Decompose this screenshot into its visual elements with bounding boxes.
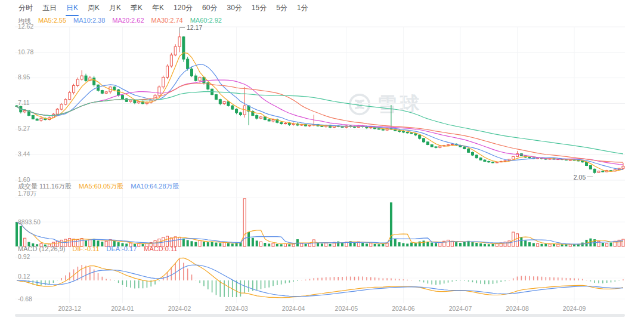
period-tab-120分[interactable]: 120分 bbox=[173, 1, 193, 16]
period-tab-30分[interactable]: 30分 bbox=[226, 1, 242, 16]
svg-text:2024-02: 2024-02 bbox=[168, 305, 191, 312]
svg-text:2024-01: 2024-01 bbox=[111, 305, 134, 312]
volume-legend-item: MA5:60.05万股 bbox=[79, 182, 123, 191]
ma-legend-item: MA20:2.62 bbox=[112, 17, 144, 26]
volume-legend: 成交量 111.16万股MA5:60.05万股MA10:64.28万股 bbox=[18, 182, 179, 191]
period-tab-季K[interactable]: 季K bbox=[130, 1, 143, 16]
volume-legend-item: MA10:64.28万股 bbox=[131, 182, 179, 191]
svg-text:8.95: 8.95 bbox=[18, 73, 30, 81]
period-tab-1分[interactable]: 1分 bbox=[296, 1, 309, 16]
macd-legend-item: DEA:-0.17 bbox=[107, 245, 137, 252]
ma-legend: 均线MA5:2.55MA10:2.38MA20:2.62MA30:2.74MA6… bbox=[18, 17, 222, 26]
svg-text:2024-08: 2024-08 bbox=[506, 305, 529, 312]
period-tab-分时[interactable]: 分时 bbox=[18, 1, 33, 16]
svg-text:5.27: 5.27 bbox=[18, 125, 30, 132]
svg-text:2024-07: 2024-07 bbox=[449, 305, 472, 312]
svg-text:10.78: 10.78 bbox=[18, 48, 33, 55]
ma-legend-item: MA5:2.55 bbox=[38, 17, 66, 26]
macd-legend-title: MACD (12,26,9) bbox=[18, 245, 65, 252]
period-tab-周K[interactable]: 周K bbox=[87, 1, 100, 16]
period-tab-月K[interactable]: 月K bbox=[109, 1, 122, 16]
svg-text:-0.68: -0.68 bbox=[18, 295, 32, 302]
ma-legend-item: MA10:2.38 bbox=[73, 17, 105, 26]
period-toolbar: 分时五日日K周K月K季K年K120分60分30分15分5分1分 bbox=[18, 0, 309, 16]
svg-text:2024-04: 2024-04 bbox=[282, 305, 305, 312]
period-tab-五日[interactable]: 五日 bbox=[42, 1, 57, 16]
ma-legend-title: 均线 bbox=[18, 17, 31, 26]
volume-legend-title: 成交量 111.16万股 bbox=[18, 182, 72, 191]
svg-text:3.44: 3.44 bbox=[18, 150, 30, 158]
stock-chart-app: 雪球 12.6210.788.957.115.273.441.601.78万88… bbox=[0, 0, 644, 318]
svg-text:8893.50: 8893.50 bbox=[18, 218, 41, 226]
macd-legend-item: DIF:-0.11 bbox=[72, 245, 99, 252]
low-annotation: 2.05 bbox=[574, 174, 586, 181]
timeline-scrollbar[interactable] bbox=[15, 314, 625, 317]
svg-text:2024-05: 2024-05 bbox=[335, 305, 358, 312]
svg-text:2023-12: 2023-12 bbox=[58, 305, 81, 312]
svg-text:0.92: 0.92 bbox=[18, 253, 30, 260]
ma-lines-layer bbox=[17, 53, 623, 171]
volume-layer bbox=[16, 199, 624, 246]
svg-text:0.12: 0.12 bbox=[18, 273, 30, 280]
macd-legend: MACD (12,26,9)DIF:-0.11DEA:-0.17MACD:0.1… bbox=[18, 245, 177, 252]
svg-text:2024-06: 2024-06 bbox=[392, 305, 415, 312]
period-tab-60分[interactable]: 60分 bbox=[202, 1, 218, 16]
period-tab-年K[interactable]: 年K bbox=[151, 1, 165, 16]
svg-text:7.11: 7.11 bbox=[18, 99, 30, 106]
period-tab-日K[interactable]: 日K bbox=[66, 1, 79, 16]
svg-text:2024-09: 2024-09 bbox=[563, 305, 586, 312]
period-tab-15分[interactable]: 15分 bbox=[251, 1, 267, 16]
ma-legend-item: MA30:2.74 bbox=[151, 17, 183, 26]
svg-text:2024-03: 2024-03 bbox=[225, 305, 248, 312]
ma-legend-item: MA60:2.92 bbox=[190, 17, 222, 26]
macd-legend-item: MACD:0.11 bbox=[144, 245, 177, 252]
chart-canvas[interactable]: 12.6210.788.957.115.273.441.601.78万8893.… bbox=[0, 0, 644, 318]
grid-layer bbox=[15, 27, 625, 303]
period-tab-5分[interactable]: 5分 bbox=[275, 1, 288, 16]
